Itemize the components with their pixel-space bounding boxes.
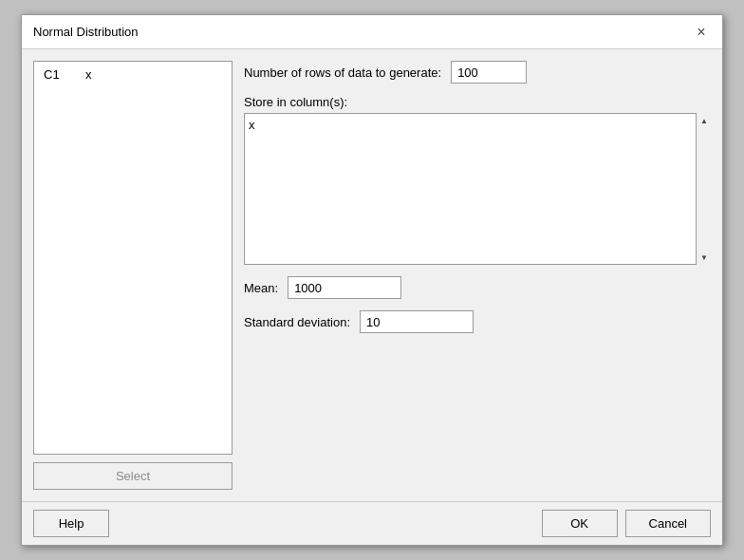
- rows-label: Number of rows of data to generate:: [244, 65, 441, 80]
- rows-row: Number of rows of data to generate:: [244, 61, 711, 84]
- store-textarea-wrapper: ▲ ▼: [244, 113, 711, 265]
- mean-label: Mean:: [244, 281, 278, 295]
- dialog: Normal Distribution × C1 x Select Number…: [21, 14, 723, 546]
- column-list: C1 x: [33, 61, 232, 455]
- dialog-footer: Help OK Cancel: [22, 501, 722, 545]
- footer-right: OK Cancel: [542, 510, 711, 537]
- store-textarea[interactable]: [244, 113, 711, 265]
- left-panel: C1 x Select: [33, 61, 232, 490]
- stddev-label: Standard deviation:: [244, 315, 350, 329]
- store-label: Store in column(s):: [244, 95, 711, 109]
- close-button[interactable]: ×: [692, 23, 711, 42]
- select-button[interactable]: Select: [33, 462, 232, 490]
- mean-input[interactable]: [288, 276, 401, 299]
- store-in-section: Store in column(s): ▲ ▼: [244, 95, 711, 265]
- column-id: C1: [44, 67, 70, 82]
- column-name: x: [85, 67, 92, 82]
- help-button[interactable]: Help: [33, 510, 109, 537]
- dialog-body: C1 x Select Number of rows of data to ge…: [22, 49, 722, 501]
- list-item: C1 x: [38, 65, 228, 84]
- rows-input[interactable]: [451, 61, 527, 84]
- scrollbar: ▲ ▼: [696, 113, 711, 265]
- mean-row: Mean:: [244, 276, 711, 299]
- cancel-button[interactable]: Cancel: [625, 510, 711, 537]
- stddev-input[interactable]: [360, 310, 474, 333]
- scroll-up-button[interactable]: ▲: [697, 113, 712, 128]
- title-bar: Normal Distribution ×: [22, 15, 722, 49]
- ok-button[interactable]: OK: [542, 510, 618, 537]
- stddev-row: Standard deviation:: [244, 310, 711, 333]
- scroll-down-button[interactable]: ▼: [697, 250, 712, 265]
- right-panel: Number of rows of data to generate: Stor…: [244, 61, 711, 490]
- dialog-title: Normal Distribution: [33, 25, 139, 39]
